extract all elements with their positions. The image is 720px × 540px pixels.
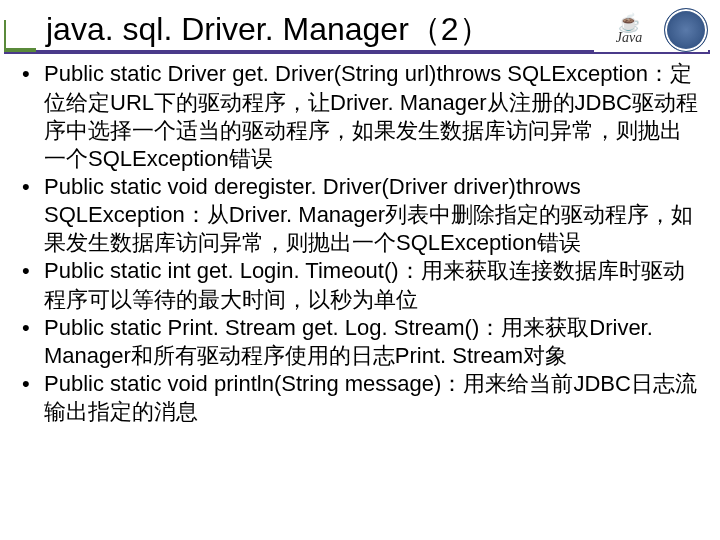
slide-content: Public static Driver get. Driver(String … [0, 56, 720, 426]
bullet-list: Public static Driver get. Driver(String … [22, 60, 700, 426]
list-item: Public static int get. Login. Timeout()：… [22, 257, 700, 313]
java-logo: ☕ Java [600, 10, 658, 50]
slide-header: java. sql. Driver. Manager（2） ☕ Java [0, 0, 720, 56]
logo-group: ☕ Java [594, 8, 708, 52]
school-crest-icon [664, 8, 708, 52]
list-item: Public static Print. Stream get. Log. St… [22, 314, 700, 370]
java-logo-text: Java [616, 30, 642, 46]
slide-title: java. sql. Driver. Manager（2） [6, 10, 495, 48]
list-item: Public static Driver get. Driver(String … [22, 60, 700, 173]
list-item: Public static void println(String messag… [22, 370, 700, 426]
list-item: Public static void deregister. Driver(Dr… [22, 173, 700, 257]
